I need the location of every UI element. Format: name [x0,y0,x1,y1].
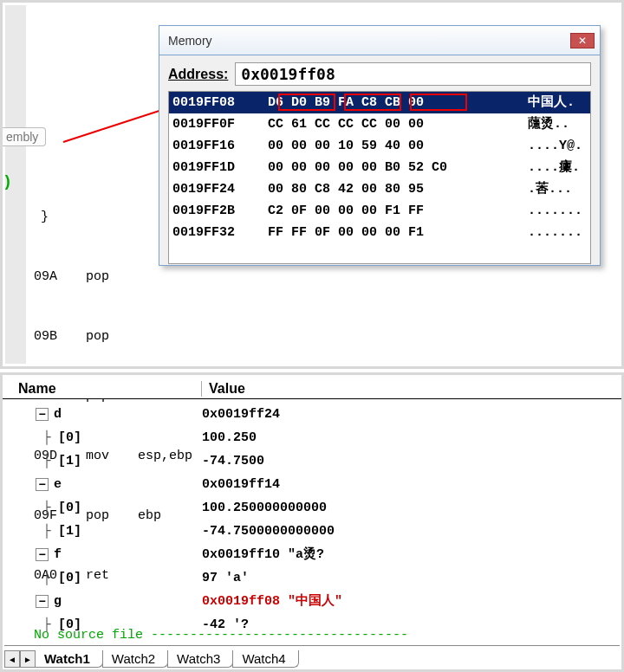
watch-value: -42 '? [202,613,618,636]
watch-value: 0x0019ff08 "中国人" [202,590,618,613]
watch-value: 0x0019ff24 [202,403,618,426]
memory-hex-view[interactable]: 0019FF08D6 D0 B9 FA C8 CB 00中国人. 0019FF0… [168,91,591,264]
memory-row: 0019FF1600 00 00 10 59 40 00....Y@. [169,135,590,157]
tab-scroll-left[interactable]: ◄ [4,650,20,668]
disassembly-tab[interactable]: embly [3,127,46,146]
collapse-icon[interactable]: − [36,478,49,491]
memory-row: 0019FF1D00 00 00 00 00 B0 52 C0....癛. [169,157,590,178]
close-button[interactable]: ✕ [570,33,595,48]
watch-row[interactable]: ├[1]-74.7500000000000 [13,520,618,543]
memory-row: 0019FF2BC2 0F 00 00 00 F1 FF....... [169,200,590,222]
watch-row[interactable]: ├[0]97 'a' [13,566,618,590]
watch-value: -74.7500 [202,449,618,473]
watch-panel: Name Value −d0x0019ff24├[0]100.250├[1]-7… [0,372,624,672]
column-name[interactable]: Name [3,381,202,397]
tab-watch2[interactable]: Watch2 [102,650,168,668]
tab-watch4[interactable]: Watch4 [232,650,298,668]
watch-row[interactable]: −g0x0019ff08 "中国人" [13,590,618,613]
watch-name: [1] [58,449,81,473]
watch-header: Name Value [3,375,621,399]
address-label: Address: [168,67,228,82]
watch-row[interactable]: −f0x0019ff10 "a烫? [13,543,618,566]
watch-tabs: ◄ ► Watch1 Watch2 Watch3 Watch4 [4,645,620,668]
collapse-icon[interactable]: − [36,595,49,608]
memory-titlebar[interactable]: Memory ✕ [159,26,600,55]
watch-name: f [54,543,62,566]
watch-row[interactable]: −e0x0019ff14 [13,473,618,496]
watch-name: d [54,403,62,426]
watch-value: -74.7500000000000 [202,520,618,543]
tab-watch3[interactable]: Watch3 [167,650,233,668]
watch-value: 97 'a' [202,566,618,590]
tab-watch1[interactable]: Watch1 [35,650,103,668]
watch-value: 100.250000000000 [202,496,618,520]
close-icon: ✕ [578,35,587,47]
watch-name: [0] [58,496,81,520]
watch-row[interactable]: ├[0]100.250000000000 [13,496,618,520]
watch-row[interactable]: ├[1]-74.7500 [13,449,618,473]
watch-value: 100.250 [202,426,618,449]
address-input[interactable] [235,62,591,86]
watch-name: [1] [58,520,81,543]
watch-name: g [54,590,62,613]
memory-row: 0019FF08D6 D0 B9 FA C8 CB 00中国人. [169,92,590,113]
memory-dialog: Memory ✕ Address: 0019FF08D6 D0 B9 FA C8… [159,25,601,266]
disassembly-panel: embly ) } 09Apop 09Bpop 09Cpop 09Dmovesp… [0,0,624,369]
watch-name: [0] [58,426,81,449]
current-line-marker: ) [3,173,12,191]
memory-row: 0019FF2400 80 C8 42 00 80 95.莕... [169,178,590,200]
watch-value: 0x0019ff10 "a烫? [202,543,618,566]
watch-row[interactable]: −d0x0019ff24 [13,403,618,426]
collapse-icon[interactable]: − [36,548,49,561]
watch-name: e [54,473,62,496]
watch-name: [0] [58,613,81,636]
memory-row: 0019FF0FCC 61 CC CC CC 00 00蘟烫.. [169,113,590,135]
collapse-icon[interactable]: − [36,408,49,421]
memory-title-text: Memory [168,34,212,48]
tab-scroll-right[interactable]: ► [20,650,36,668]
memory-row: 0019FF32FF FF 0F 00 00 00 F1....... [169,222,590,243]
watch-row[interactable]: ├[0]-42 '? [13,613,618,636]
watch-name: [0] [58,566,81,590]
watch-rows[interactable]: −d0x0019ff24├[0]100.250├[1]-74.7500−e0x0… [13,403,618,643]
watch-value: 0x0019ff14 [202,473,618,496]
column-value[interactable]: Value [202,381,245,397]
watch-row[interactable]: ├[0]100.250 [13,426,618,449]
